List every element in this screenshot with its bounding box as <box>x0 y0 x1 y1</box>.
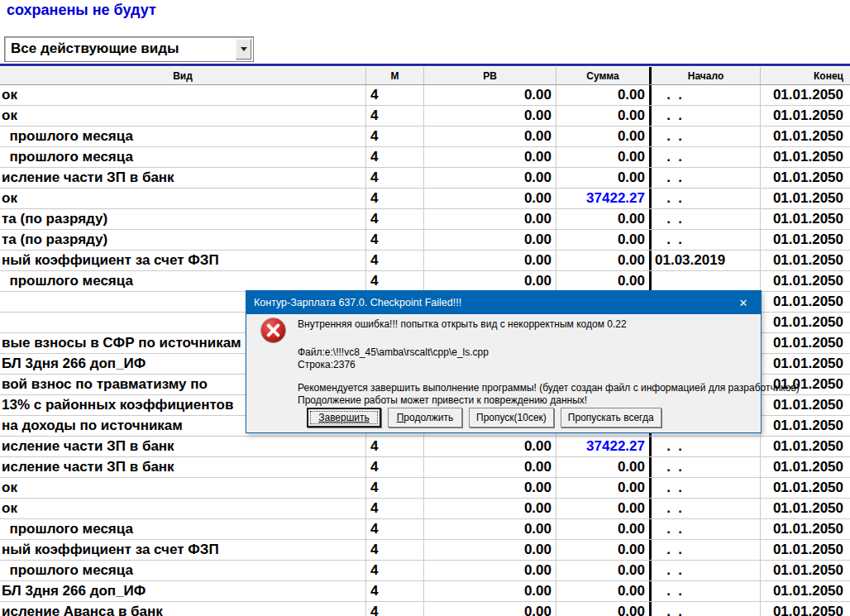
cell-konec: 01.01.2050 <box>761 519 850 539</box>
column-header-rv: РВ <box>424 67 556 84</box>
column-header-vid: Вид <box>0 67 366 84</box>
cell-konec: 01.01.2050 <box>761 313 850 332</box>
error-warning-2: Продолжение работы может привести к повр… <box>298 394 587 406</box>
cell-vid: исление части ЗП в банк <box>0 168 366 188</box>
cell-m: 4 <box>366 499 424 518</box>
cell-nachalo: . . <box>649 561 761 580</box>
cell-konec: 01.01.2050 <box>761 209 850 229</box>
cell-vid: ок <box>0 478 366 498</box>
cell-rv: 0.00 <box>424 168 556 188</box>
cell-summa: 0.00 <box>556 147 649 167</box>
cell-rv: 0.00 <box>424 519 556 539</box>
table-row[interactable]: ок 4 0.00 0.00 . . 01.01.2050 <box>0 85 850 106</box>
table-row[interactable]: исление части ЗП в банк 4 0.00 0.00 . . … <box>0 457 850 478</box>
error-dialog-title: Контур-Зарплата 637.0. Checkpoint Failed… <box>246 297 461 308</box>
cell-m: 4 <box>366 85 424 105</box>
cell-nachalo: 01.03.2019 <box>649 251 761 270</box>
continue-button[interactable]: Продолжить <box>388 408 462 427</box>
table-header: Вид М РВ Сумма Начало Конец <box>0 66 850 85</box>
error-dialog-titlebar[interactable]: Контур-Зарплата 637.0. Checkpoint Failed… <box>246 291 761 314</box>
cell-summa: 0.00 <box>556 478 649 498</box>
table-row[interactable]: ок 4 0.00 0.00 . . 01.01.2050 <box>0 106 850 127</box>
cell-konec: 01.01.2050 <box>761 106 850 126</box>
cell-konec: 01.01.2050 <box>761 168 850 188</box>
cell-nachalo: . . <box>649 602 761 616</box>
cell-m: 4 <box>366 147 424 167</box>
cell-konec: 01.01.2050 <box>761 561 850 580</box>
cell-nachalo <box>649 271 761 291</box>
terminate-button[interactable]: Завершить <box>307 408 381 427</box>
table-row[interactable]: БЛ 3дня 266 доп_ИФ 4 0.00 0.00 . . 01.01… <box>0 581 850 602</box>
cell-m: 4 <box>366 561 424 580</box>
table-row[interactable]: та (по разряду) 4 0.00 0.00 . . 01.01.20… <box>0 230 850 251</box>
table-row[interactable]: ок 4 0.00 0.00 . . 01.01.2050 <box>0 499 850 519</box>
skip-button[interactable]: Пропуск(10сек) <box>469 408 554 427</box>
cell-m: 4 <box>366 581 424 601</box>
cell-vid: исление части ЗП в банк <box>0 457 366 477</box>
error-file-path: Файл:e:\!!!vc8_45\amba\rscalt\cpp\e_ls.c… <box>298 346 489 358</box>
cell-m: 4 <box>366 457 424 477</box>
cell-rv: 0.00 <box>424 457 556 477</box>
cell-vid: та (по разряду) <box>0 209 366 229</box>
table-row[interactable]: прошлого месяца 4 0.00 0.00 . . 01.01.20… <box>0 519 850 540</box>
cell-summa: 0.00 <box>556 85 649 105</box>
cell-nachalo: . . <box>649 147 761 167</box>
cell-vid: прошлого месяца <box>0 561 366 580</box>
table-row[interactable]: исление части ЗП в банк 4 0.00 0.00 . . … <box>0 168 850 189</box>
cell-konec: 01.01.2050 <box>761 127 850 146</box>
cell-vid: ок <box>0 189 366 208</box>
cell-m: 4 <box>366 189 424 208</box>
cell-rv: 0.00 <box>424 561 556 580</box>
table-row[interactable]: исление части ЗП в банк 4 0.00 37422.27 … <box>0 437 850 457</box>
cell-m: 4 <box>366 230 424 250</box>
error-warning-1: Рекомендуется завершить выполнение прогр… <box>298 382 800 394</box>
view-filter-dropdown[interactable]: Все действующие виды <box>4 36 254 62</box>
close-icon[interactable]: ✕ <box>726 297 761 309</box>
table-row[interactable]: исление Аванса в банк 4 0.00 0.00 . . 01… <box>0 602 850 616</box>
cell-konec: 01.01.2050 <box>761 271 850 291</box>
cell-m: 4 <box>366 209 424 229</box>
table-row[interactable]: ный коэффициент за счет ФЗП 4 0.00 0.00 … <box>0 251 850 271</box>
table-row[interactable]: ок 4 0.00 0.00 . . 01.01.2050 <box>0 478 850 499</box>
cell-vid: ок <box>0 499 366 518</box>
table-row[interactable]: прошлого месяца 4 0.00 0.00 01.01.2050 <box>0 271 850 292</box>
cell-konec: 01.01.2050 <box>761 416 850 436</box>
table-row[interactable]: ок 4 0.00 37422.27 . . 01.01.2050 <box>0 189 850 209</box>
table-row[interactable]: прошлого месяца 4 0.00 0.00 . . 01.01.20… <box>0 561 850 581</box>
always-skip-button[interactable]: Пропускать всегда <box>561 408 661 427</box>
table-row[interactable]: та (по разряду) 4 0.00 0.00 . . 01.01.20… <box>0 209 850 230</box>
dropdown-arrow-icon[interactable] <box>236 39 251 60</box>
cell-nachalo: . . <box>649 499 761 518</box>
cell-m: 4 <box>366 127 424 146</box>
cell-rv: 0.00 <box>424 499 556 518</box>
cell-nachalo: . . <box>649 127 761 146</box>
cell-summa: 0.00 <box>556 561 649 580</box>
cell-konec: 01.01.2050 <box>761 333 850 353</box>
table-row[interactable]: ный коэффициент за счет ФЗП 4 0.00 0.00 … <box>0 540 850 561</box>
cell-konec: 01.01.2050 <box>761 230 850 250</box>
cell-summa: 0.00 <box>556 519 649 539</box>
cell-rv: 0.00 <box>424 85 556 105</box>
cell-nachalo: . . <box>649 519 761 539</box>
cell-summa: 0.00 <box>556 499 649 518</box>
table-row[interactable]: прошлого месяца 4 0.00 0.00 . . 01.01.20… <box>0 147 850 168</box>
cell-m: 4 <box>366 602 424 616</box>
cell-summa: 0.00 <box>556 251 649 270</box>
cell-rv: 0.00 <box>424 106 556 126</box>
cell-nachalo: . . <box>649 85 761 105</box>
cell-summa: 37422.27 <box>556 189 649 208</box>
cell-vid: прошлого месяца <box>0 271 366 291</box>
table-row[interactable]: прошлого месяца 4 0.00 0.00 . . 01.01.20… <box>0 127 850 147</box>
cell-konec: 01.01.2050 <box>761 147 850 167</box>
cell-konec: 01.01.2050 <box>761 581 850 601</box>
cell-nachalo: . . <box>649 168 761 188</box>
cell-nachalo: . . <box>649 437 761 456</box>
cell-vid: исление части ЗП в банк <box>0 437 366 456</box>
cell-konec: 01.01.2050 <box>761 354 850 374</box>
cell-rv: 0.00 <box>424 437 556 456</box>
unsaved-warning-text: сохранены не будут <box>7 2 156 19</box>
cell-rv: 0.00 <box>424 251 556 270</box>
error-message: Внутренняя ошибка!!! попытка открыть вид… <box>298 318 627 330</box>
cell-konec: 01.01.2050 <box>761 85 850 105</box>
cell-summa: 0.00 <box>556 230 649 250</box>
